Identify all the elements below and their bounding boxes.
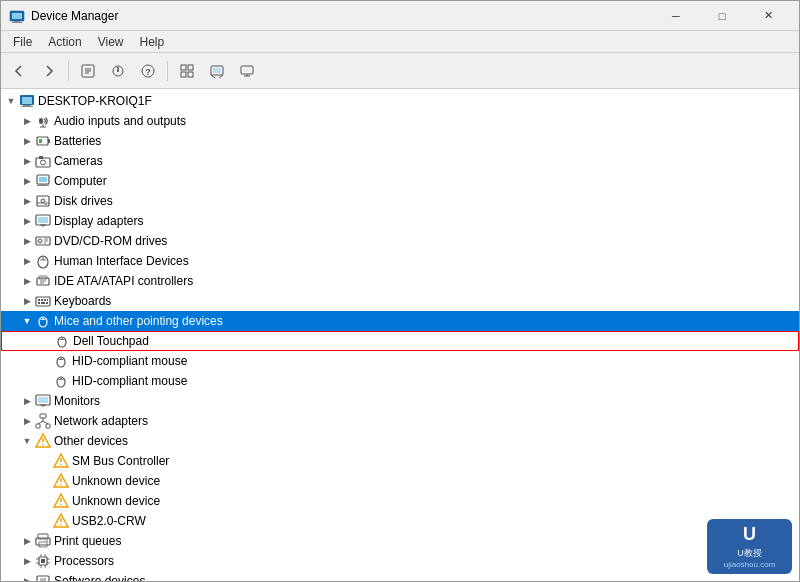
usb2-icon: [53, 513, 69, 529]
menu-file[interactable]: File: [5, 33, 40, 51]
dvd-label: DVD/CD-ROM drives: [54, 234, 167, 248]
tree-item-other[interactable]: ▼ Other devices: [1, 431, 799, 451]
menu-help[interactable]: Help: [132, 33, 173, 51]
expand-batteries[interactable]: ▶: [19, 133, 35, 149]
toolbar-btn-scan[interactable]: [104, 57, 132, 85]
ide-icon: [35, 273, 51, 289]
hid-mouse2-label: HID-compliant mouse: [72, 374, 187, 388]
svg-rect-122: [37, 576, 49, 581]
tree-root[interactable]: ▼ DESKTOP-KROIQ1F: [1, 91, 799, 111]
tree-item-disk[interactable]: ▶ Disk drives: [1, 191, 799, 211]
svg-rect-88: [36, 424, 40, 428]
expand-monitors[interactable]: ▶: [19, 393, 35, 409]
expand-placeholder-6: [37, 493, 53, 509]
touchpad-icon: [54, 333, 70, 349]
tree-item-dell-touchpad[interactable]: Dell Touchpad: [1, 331, 799, 351]
svg-rect-27: [21, 106, 33, 107]
svg-rect-38: [39, 177, 47, 182]
expand-ide[interactable]: ▶: [19, 273, 35, 289]
expand-software[interactable]: ▶: [19, 573, 35, 581]
tree-item-unknown2[interactable]: Unknown device: [1, 491, 799, 511]
expand-processors[interactable]: ▶: [19, 553, 35, 569]
svg-rect-25: [22, 97, 32, 104]
tree-item-unknown1[interactable]: Unknown device: [1, 471, 799, 491]
menu-view[interactable]: View: [90, 33, 132, 51]
tree-item-network[interactable]: ▶ Network adapters: [1, 411, 799, 431]
svg-rect-15: [181, 72, 186, 77]
network-icon: [35, 413, 51, 429]
toolbar-btn-props[interactable]: [74, 57, 102, 85]
expand-network[interactable]: ▶: [19, 413, 35, 429]
tree-item-audio[interactable]: ▶ Audio inputs and outputs: [1, 111, 799, 131]
tree-item-keyboards[interactable]: ▶ Keyboards: [1, 291, 799, 311]
svg-rect-87: [40, 414, 46, 418]
expand-hid[interactable]: ▶: [19, 253, 35, 269]
svg-rect-16: [188, 72, 193, 77]
monitors-icon: [35, 393, 51, 409]
tree-item-mice[interactable]: ▼ Mice and other pointing devices: [1, 311, 799, 331]
keyboards-label: Keyboards: [54, 294, 111, 308]
toolbar-btn-grid[interactable]: [173, 57, 201, 85]
svg-rect-113: [41, 559, 45, 563]
menu-action[interactable]: Action: [40, 33, 89, 51]
svg-point-98: [60, 464, 62, 466]
tree-item-monitors[interactable]: ▶ Monitors: [1, 391, 799, 411]
minimize-button[interactable]: ─: [653, 1, 699, 31]
expand-print[interactable]: ▶: [19, 533, 35, 549]
expand-other[interactable]: ▼: [19, 433, 35, 449]
toolbar-btn-help[interactable]: ?: [134, 57, 162, 85]
svg-line-91: [38, 421, 43, 424]
expand-mice[interactable]: ▼: [19, 313, 35, 329]
root-label: DESKTOP-KROIQ1F: [38, 94, 152, 108]
back-button[interactable]: [5, 57, 33, 85]
cameras-label: Cameras: [54, 154, 103, 168]
toolbar-sep-1: [68, 61, 69, 81]
expand-disk[interactable]: ▶: [19, 193, 35, 209]
svg-point-111: [46, 540, 48, 542]
tree-item-software[interactable]: ▶ Software devices: [1, 571, 799, 581]
svg-line-92: [43, 421, 48, 424]
expand-dvd[interactable]: ▶: [19, 233, 35, 249]
tree-item-hid[interactable]: ▶ Human Interface Devices: [1, 251, 799, 271]
tree-item-batteries[interactable]: ▶ Batteries: [1, 131, 799, 151]
svg-rect-1: [12, 13, 22, 19]
expand-root[interactable]: ▼: [3, 93, 19, 109]
tree-item-ide[interactable]: ▶ IDE ATA/ATAPI controllers: [1, 271, 799, 291]
tree-item-smbus[interactable]: SM Bus Controller: [1, 451, 799, 471]
window-controls: ─ □ ✕: [653, 1, 791, 31]
expand-cameras[interactable]: ▶: [19, 153, 35, 169]
other-icon: [35, 433, 51, 449]
expand-computer[interactable]: ▶: [19, 173, 35, 189]
expand-keyboards[interactable]: ▶: [19, 293, 35, 309]
toolbar-btn-update[interactable]: [203, 57, 231, 85]
batteries-label: Batteries: [54, 134, 101, 148]
forward-button[interactable]: [35, 57, 63, 85]
expand-audio[interactable]: ▶: [19, 113, 35, 129]
expand-display[interactable]: ▶: [19, 213, 35, 229]
unknown2-icon: [53, 493, 69, 509]
tree-item-dvd[interactable]: ▶ DVD/CD-ROM drives: [1, 231, 799, 251]
hid-label: Human Interface Devices: [54, 254, 189, 268]
software-label: Software devices: [54, 574, 145, 581]
tree-item-display[interactable]: ▶ Display adapters: [1, 211, 799, 231]
ide-label: IDE ATA/ATAPI controllers: [54, 274, 193, 288]
tree-item-computer[interactable]: ▶ Computer: [1, 171, 799, 191]
tree-item-hid-mouse2[interactable]: HID-compliant mouse: [1, 371, 799, 391]
expand-placeholder-4: [37, 453, 53, 469]
tree-item-processors[interactable]: ▶ Processors: [1, 551, 799, 571]
display-label: Display adapters: [54, 214, 143, 228]
tree-item-print[interactable]: ▶ Print queues: [1, 531, 799, 551]
maximize-button[interactable]: □: [699, 1, 745, 31]
toolbar-btn-monitor[interactable]: [233, 57, 261, 85]
svg-rect-69: [41, 302, 45, 304]
svg-point-52: [39, 240, 40, 241]
audio-icon: [35, 113, 51, 129]
tree-item-usb2[interactable]: USB2.0-CRW: [1, 511, 799, 531]
other-label: Other devices: [54, 434, 128, 448]
close-button[interactable]: ✕: [745, 1, 791, 31]
title-bar: Device Manager ─ □ ✕: [1, 1, 799, 31]
mice-label: Mice and other pointing devices: [54, 314, 223, 328]
tree-item-cameras[interactable]: ▶ Cameras: [1, 151, 799, 171]
tree-item-hid-mouse1[interactable]: HID-compliant mouse: [1, 351, 799, 371]
unknown1-label: Unknown device: [72, 474, 160, 488]
